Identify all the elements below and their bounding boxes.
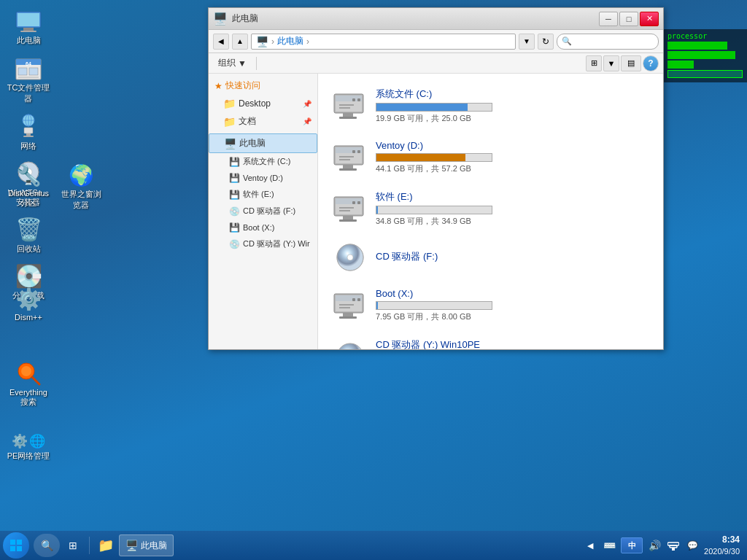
path-this-pc: 此电脑 (277, 35, 303, 47)
taskbar-task-label: 此电脑 (141, 540, 167, 552)
svg-rect-7 (18, 68, 27, 75)
documents-label: 文档 (239, 115, 256, 128)
e-drive-space: 34.8 GB 可用，共 34.9 GB (376, 216, 649, 227)
svg-rect-31 (343, 113, 353, 117)
dism-icon: ⚙️ (16, 287, 42, 311)
everything-label: Everything搜索 (9, 388, 47, 408)
drive-item-f[interactable]: CD 驱动器 (F:) (325, 236, 656, 279)
c-drive-visual-icon (332, 91, 368, 120)
taskbar-right-area: ◀ ⌨️ 中 🔊 💬 8:34 2020/9/30 (578, 534, 744, 557)
organize-button[interactable]: 组织 ▼ (213, 55, 252, 71)
taskbar-lang-icon[interactable]: 中 (621, 537, 643, 553)
svg-point-53 (347, 254, 353, 260)
sidebar-item-documents[interactable]: 📁 文档 📌 (209, 112, 317, 131)
start-button[interactable] (3, 532, 29, 559)
this-pc-sidebar-icon: 🖥️ (224, 138, 236, 149)
desktop-icon-this-pc[interactable]: 此电脑 (4, 7, 53, 49)
maximize-button[interactable]: □ (619, 12, 638, 26)
y-cd-icon: 💿 (229, 239, 240, 249)
svg-rect-2 (23, 28, 34, 31)
sidebar-item-f-cd[interactable]: 💿 CD 驱动器 (F:) (209, 203, 317, 219)
taskbar-task-explorer[interactable]: 🖥️ 此电脑 (119, 534, 174, 556)
x-drive-bar-container (376, 301, 492, 310)
taskbar-view-icon[interactable]: ⊞ (61, 534, 85, 557)
drive-item-d[interactable]: Ventoy (D:) 44.1 GB 可用，共 57.2 GB (325, 133, 656, 181)
tc-manager-label: TC文件管理器 (7, 82, 50, 104)
e-drive-bar-container (376, 206, 492, 214)
taskbar-keyboard-icon[interactable]: ⌨️ (602, 538, 616, 553)
view-dropdown-button[interactable]: ▼ (603, 55, 619, 71)
network-label: 网络 (20, 141, 36, 152)
svg-rect-45 (357, 201, 360, 204)
desktop-icon-tc-manager[interactable]: 64 TC文件管理器 (4, 52, 53, 107)
desktop-icon-network[interactable]: 网络 (4, 110, 53, 155)
taskbar-explorer-icon[interactable]: 📁 (94, 534, 117, 557)
sidebar-item-x-drive[interactable]: 💾 Boot (X:) (209, 219, 317, 236)
sidebar-item-this-pc[interactable]: 🖥️ 此电脑 (209, 133, 317, 153)
desktop-icon-dism[interactable]: ⚙️ Dism++ (4, 284, 53, 324)
this-pc-label: 此电脑 (17, 35, 41, 46)
svg-rect-57 (357, 298, 360, 301)
search-box[interactable]: 🔍 (557, 34, 659, 50)
svg-rect-38 (339, 156, 354, 158)
desktop-icon-everything[interactable]: Everything搜索 (4, 357, 53, 411)
refresh-button[interactable]: ↻ (538, 34, 554, 50)
sidebar-item-y-cd[interactable]: 💿 CD 驱动器 (Y:) Wir (209, 236, 317, 252)
view-change-button[interactable]: ⊞ (586, 55, 602, 71)
sidebar-item-d-drive[interactable]: 💾 Ventoy (D:) (209, 170, 317, 186)
desktop-icon-browser[interactable]: 🌍 世界之窗浏览器 (56, 160, 106, 214)
svg-rect-61 (343, 313, 353, 316)
desktop-icon-pe-network[interactable]: ⚙️ 🌐 PE网络管理 (4, 430, 53, 464)
toolbar-separator (256, 57, 257, 70)
taskbar-notification-icon[interactable]: 💬 (685, 538, 700, 553)
desktop-icon-diskgenius[interactable]: 🔧 DiskGenius分区 (4, 160, 53, 214)
address-path[interactable]: 🖥️ › 此电脑 › (251, 34, 516, 50)
taskbar-search-icon[interactable]: 🔍 (34, 534, 60, 557)
y-drive-visual-icon (332, 342, 368, 349)
dropdown-button[interactable]: ▼ (519, 34, 535, 50)
svg-rect-16 (23, 136, 34, 137)
sidebar-item-c-drive[interactable]: 💾 系统文件 (C:) (209, 153, 317, 170)
everything-icon (15, 360, 42, 386)
d-drive-bar-fill (376, 154, 465, 161)
title-bar-text: 此电脑 (232, 12, 599, 25)
y-drive-info: CD 驱动器 (Y:) Win10PE 0 字节 可用，共 564 MB UDF (376, 338, 649, 349)
back-button[interactable]: ◀ (213, 34, 229, 50)
sidebar-item-e-drive[interactable]: 💾 软件 (E:) (209, 186, 317, 203)
taskbar-chevron-left[interactable]: ◀ (583, 538, 597, 553)
drive-item-c[interactable]: 系统文件 (C:) 19.9 GB 可用，共 25.0 GB (325, 81, 656, 131)
svg-rect-14 (24, 128, 33, 133)
svg-rect-30 (339, 107, 350, 109)
network-icon (15, 113, 42, 139)
browser-label: 世界之窗浏览器 (61, 189, 101, 211)
desktop-icon-recycle[interactable]: 🗑️ 回收站 (4, 214, 53, 257)
close-button[interactable]: ✕ (640, 12, 659, 26)
explorer-window: 🖥️ 此电脑 ─ □ ✕ ◀ ▲ 🖥️ › 此电脑 › ▼ ↻ 🔍 组织 ▼ ⊞ (208, 7, 664, 350)
tc-manager-icon: 64 (15, 55, 42, 81)
drive-item-y[interactable]: CD 驱动器 (Y:) Win10PE 0 字节 可用，共 564 MB UDF (325, 332, 656, 349)
taskbar-clock: 8:34 2020/9/30 (704, 534, 740, 557)
this-pc-section: 🖥️ 此电脑 💾 系统文件 (C:) 💾 Ventoy (D:) 💾 软件 (E… (209, 133, 317, 252)
desktop-folder-icon: 📁 (223, 98, 236, 109)
drive-item-x[interactable]: Boot (X:) 7.95 GB 可用，共 8.00 GB (325, 281, 656, 329)
preview-pane-button[interactable]: ▤ (621, 55, 641, 71)
f-cd-label: CD 驱动器 (F:) (243, 206, 295, 217)
content-area: 系统文件 (C:) 19.9 GB 可用，共 25.0 GB (318, 74, 663, 349)
title-bar: 🖥️ 此电脑 ─ □ ✕ (209, 8, 663, 30)
quick-access-header[interactable]: ★ 快速访问 (209, 77, 317, 95)
browser-icon: 🌍 (69, 163, 94, 187)
drive-item-e[interactable]: 软件 (E:) 34.8 GB 可用，共 34.9 GB (325, 184, 656, 233)
svg-rect-47 (339, 207, 354, 209)
svg-rect-58 (352, 298, 355, 301)
minimize-button[interactable]: ─ (599, 12, 618, 26)
svg-point-63 (337, 343, 363, 349)
taskbar-volume-icon[interactable]: 🔊 (647, 538, 662, 553)
taskbar-network-icon[interactable] (666, 538, 681, 553)
svg-rect-37 (352, 150, 355, 153)
svg-rect-39 (339, 159, 350, 160)
sidebar-item-desktop[interactable]: 📁 Desktop 📌 (209, 95, 317, 112)
help-button[interactable]: ? (643, 55, 659, 71)
title-bar-icon: 🖥️ (213, 12, 228, 26)
y-drive-name: CD 驱动器 (Y:) Win10PE (376, 338, 649, 349)
up-button[interactable]: ▲ (232, 34, 248, 50)
